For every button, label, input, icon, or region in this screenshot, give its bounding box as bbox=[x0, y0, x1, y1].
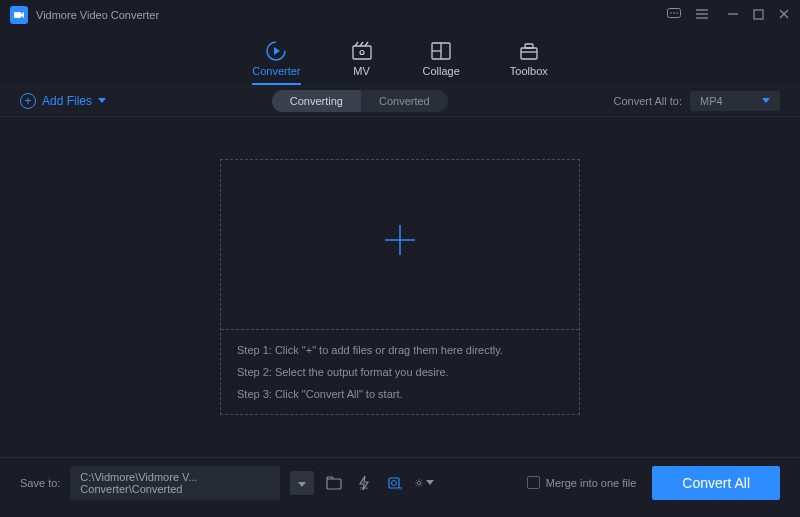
add-files-label: Add Files bbox=[42, 94, 92, 108]
svg-point-14 bbox=[360, 51, 364, 55]
maximize-button[interactable] bbox=[753, 8, 764, 22]
svg-rect-13 bbox=[353, 46, 371, 59]
path-dropdown-button[interactable] bbox=[290, 471, 314, 495]
main-content: Step 1: Click "+" to add files or drag t… bbox=[0, 117, 800, 457]
main-navbar: Converter MV Collage Toolbox bbox=[0, 30, 800, 85]
status-tabs: Converting Converted bbox=[272, 90, 448, 112]
plus-circle-icon: + bbox=[20, 93, 36, 109]
chevron-down-icon bbox=[426, 480, 434, 485]
footer: Save to: C:\Vidmore\Vidmore V... Convert… bbox=[0, 458, 800, 507]
svg-text:ON: ON bbox=[398, 486, 402, 491]
app-logo-icon bbox=[10, 6, 28, 24]
svg-text:OFF: OFF bbox=[360, 486, 369, 491]
chevron-down-icon bbox=[298, 482, 306, 487]
step-1: Step 1: Click "+" to add files or drag t… bbox=[237, 344, 563, 356]
open-folder-button[interactable] bbox=[324, 474, 344, 492]
hardware-accel-button[interactable]: OFF bbox=[354, 474, 374, 492]
drop-area[interactable] bbox=[221, 160, 579, 330]
format-select[interactable]: MP4 bbox=[690, 91, 780, 111]
nav-label: Collage bbox=[423, 65, 460, 77]
svg-rect-23 bbox=[327, 479, 341, 489]
converter-icon bbox=[265, 41, 287, 61]
convert-all-button[interactable]: Convert All bbox=[652, 466, 780, 500]
dropzone: Step 1: Click "+" to add files or drag t… bbox=[220, 159, 580, 415]
settings-button[interactable] bbox=[414, 474, 434, 492]
menu-icon[interactable] bbox=[695, 8, 709, 22]
big-plus-icon bbox=[379, 219, 421, 270]
high-speed-button[interactable]: ON bbox=[384, 474, 404, 492]
nav-label: Toolbox bbox=[510, 65, 548, 77]
toolbar: + Add Files Converting Converted Convert… bbox=[0, 85, 800, 117]
add-files-button[interactable]: + Add Files bbox=[20, 93, 106, 109]
nav-toolbox[interactable]: Toolbox bbox=[510, 41, 548, 85]
format-value: MP4 bbox=[700, 95, 723, 107]
app-title: Vidmore Video Converter bbox=[36, 9, 159, 21]
close-button[interactable] bbox=[778, 8, 790, 22]
save-path-field[interactable]: C:\Vidmore\Vidmore V... Converter\Conver… bbox=[70, 466, 280, 500]
svg-rect-0 bbox=[14, 12, 21, 18]
svg-point-28 bbox=[418, 481, 421, 484]
svg-rect-18 bbox=[521, 48, 537, 59]
svg-rect-19 bbox=[525, 44, 533, 48]
svg-point-4 bbox=[676, 12, 678, 14]
minimize-button[interactable] bbox=[727, 8, 739, 22]
collage-icon bbox=[430, 41, 452, 61]
convert-all-to: Convert All to: MP4 bbox=[614, 91, 780, 111]
svg-point-26 bbox=[392, 480, 397, 485]
convert-all-to-label: Convert All to: bbox=[614, 95, 682, 107]
toolbox-icon bbox=[518, 41, 540, 61]
save-to-label: Save to: bbox=[20, 477, 60, 489]
nav-label: Converter bbox=[252, 65, 300, 77]
svg-point-3 bbox=[673, 12, 675, 14]
mv-icon bbox=[351, 41, 373, 61]
merge-checkbox[interactable]: Merge into one file bbox=[527, 476, 637, 489]
titlebar: Vidmore Video Converter bbox=[0, 0, 800, 30]
svg-point-2 bbox=[670, 12, 672, 14]
nav-converter[interactable]: Converter bbox=[252, 41, 300, 85]
chevron-down-icon bbox=[98, 98, 106, 103]
svg-rect-9 bbox=[754, 10, 763, 19]
nav-collage[interactable]: Collage bbox=[423, 41, 460, 85]
feedback-icon[interactable] bbox=[667, 8, 681, 22]
step-3: Step 3: Click "Convert All" to start. bbox=[237, 388, 563, 400]
steps-panel: Step 1: Click "+" to add files or drag t… bbox=[221, 330, 579, 414]
chevron-down-icon bbox=[762, 98, 770, 103]
checkbox-icon bbox=[527, 476, 540, 489]
tab-converting[interactable]: Converting bbox=[272, 90, 361, 112]
nav-mv[interactable]: MV bbox=[351, 41, 373, 85]
merge-label: Merge into one file bbox=[546, 477, 637, 489]
step-2: Step 2: Select the output format you des… bbox=[237, 366, 563, 378]
save-path-value: C:\Vidmore\Vidmore V... Converter\Conver… bbox=[80, 471, 270, 495]
tab-converted[interactable]: Converted bbox=[361, 90, 448, 112]
nav-label: MV bbox=[353, 65, 370, 77]
